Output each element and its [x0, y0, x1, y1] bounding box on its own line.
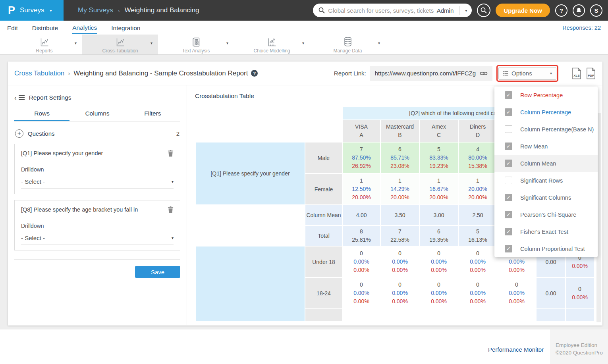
- line-chart-icon: [82, 36, 158, 47]
- toolbar-item-label: Text Analysis: [158, 48, 234, 54]
- data-cell: 583.33%19.23%: [420, 143, 458, 173]
- checkbox[interactable]: ✓: [505, 91, 512, 99]
- chevron-down-icon[interactable]: ▾: [151, 41, 152, 45]
- chevron-down-icon: ▾: [50, 8, 52, 13]
- option-item-fisher-s-exact-test[interactable]: ✓Fisher's Exact Test: [494, 223, 598, 240]
- option-item-column-mean[interactable]: ✓Column Mean: [494, 155, 598, 172]
- chevron-down-icon[interactable]: ▾: [378, 41, 380, 45]
- chevron-down-icon[interactable]: ▾: [302, 41, 304, 45]
- export-xls-button[interactable]: XLS: [571, 67, 582, 79]
- option-item-label: Column Percentage: [520, 109, 571, 116]
- drilldown-select-value: - Select -: [21, 235, 45, 241]
- data-cell: 00.00%0.00%: [498, 278, 536, 308]
- help-icon: ?: [560, 7, 563, 14]
- checkbox[interactable]: ✓: [505, 108, 512, 116]
- option-item-label: Significant Rows: [520, 177, 563, 184]
- chevron-down-icon[interactable]: ▾: [75, 41, 77, 45]
- notifications-button[interactable]: [573, 4, 585, 17]
- divider: [14, 259, 180, 260]
- data-cell: 480.00%15.38%: [459, 143, 497, 173]
- data-cell-partial: [381, 309, 419, 321]
- app-root: P Surveys ▾ My Surveys › Weighting and B…: [0, 0, 608, 364]
- option-item-label: Pearson's Chi-Square: [520, 212, 576, 218]
- checkbox[interactable]: ✓: [505, 211, 512, 218]
- search-submit-button[interactable]: [477, 4, 490, 17]
- brand-menu[interactable]: P Surveys ▾: [0, 0, 64, 21]
- q1-rowgroup-label: [Q1] Please specify your gender: [196, 143, 305, 204]
- toolbar-item-text-analysis[interactable]: ▾Text Analysis: [158, 35, 234, 54]
- option-item-significant-rows[interactable]: Significant Rows: [494, 172, 598, 189]
- nav-item-distribute[interactable]: Distribute: [32, 22, 58, 33]
- toolbar-item-cross-tabulation[interactable]: ▾Cross-Tabulation: [82, 35, 158, 54]
- tab-filters[interactable]: Filters: [125, 110, 180, 121]
- breadcrumb-my-surveys[interactable]: My Surveys: [78, 6, 113, 14]
- data-cell-partial: [420, 309, 458, 321]
- chevron-down-icon[interactable]: ▾: [465, 8, 467, 13]
- survey-nav: EditDistributeAnalyticsIntegrationRespon…: [0, 21, 608, 35]
- nav-item-integration[interactable]: Integration: [111, 22, 140, 33]
- export-pdf-button[interactable]: PDF: [586, 67, 596, 79]
- drilldown-select[interactable]: - Select -▾: [21, 178, 174, 189]
- empty-cell: [196, 205, 305, 225]
- global-search[interactable]: Admin ▾: [313, 4, 472, 17]
- nav-item-analytics[interactable]: Analytics: [72, 22, 97, 34]
- report-link-field[interactable]: https://www.questionpro.com/t/lFFCZg: [370, 66, 492, 81]
- data-cell-partial: [343, 309, 380, 321]
- breadcrumb-cross-tabulation[interactable]: Cross Tabulation: [14, 69, 64, 77]
- performance-monitor-link[interactable]: Performance Monitor: [488, 346, 544, 353]
- nav-item-edit[interactable]: Edit: [7, 22, 18, 33]
- search-scope-label: Admin: [437, 7, 454, 14]
- total-label: Total: [305, 226, 342, 246]
- trash-icon[interactable]: [168, 150, 174, 158]
- breadcrumb-current-survey: Weighting and Balancing: [125, 6, 199, 14]
- collapse-panel-button[interactable]: ‹: [14, 94, 25, 101]
- tab-columns[interactable]: Columns: [69, 110, 125, 121]
- checkbox[interactable]: ✓: [505, 143, 512, 150]
- row-category-18-24: 18-24: [305, 278, 342, 308]
- link-icon[interactable]: [480, 69, 488, 77]
- option-item-column-percentage-base-n-[interactable]: Column Percentage(Base N): [494, 121, 598, 138]
- option-item-row-percentage[interactable]: ✓Row Percentage: [494, 87, 598, 104]
- search-input[interactable]: [328, 7, 433, 14]
- toolbar-item-reports[interactable]: ▾Reports: [6, 35, 82, 54]
- total-cell-partial: [566, 309, 594, 321]
- checkbox[interactable]: ✓: [505, 160, 512, 167]
- checkbox[interactable]: [505, 125, 512, 133]
- footer: Performance Monitor Employee Edition ©20…: [0, 329, 608, 364]
- option-item-label: Row Percentage: [520, 92, 563, 98]
- options-button-label: Options: [511, 70, 532, 77]
- option-item-column-percentage[interactable]: ✓Column Percentage: [494, 104, 598, 121]
- chevron-down-icon[interactable]: ▾: [226, 41, 228, 45]
- help-button[interactable]: ?: [555, 4, 567, 17]
- option-item-pearson-s-chi-square[interactable]: ✓Pearson's Chi-Square: [494, 206, 598, 223]
- row-mean-cell: 0.00: [537, 278, 565, 308]
- avatar[interactable]: S: [590, 4, 602, 17]
- report-title: Weighting and Balancing - Sample Crossta…: [73, 69, 248, 77]
- tab-rows[interactable]: Rows: [14, 110, 69, 121]
- checkbox[interactable]: ✓: [505, 245, 512, 252]
- checkbox[interactable]: ✓: [505, 194, 512, 201]
- option-item-row-mean[interactable]: ✓Row Mean: [494, 138, 598, 155]
- help-icon[interactable]: ?: [251, 70, 258, 77]
- checkbox[interactable]: [505, 177, 512, 184]
- data-cell: 00.00%0.00%: [343, 247, 380, 277]
- options-button[interactable]: Options ▾: [498, 67, 556, 80]
- toolbar-item-choice-modelling[interactable]: ▾Choice Modelling: [234, 35, 310, 54]
- data-cell-partial: [459, 309, 497, 321]
- option-item-column-proportional-test[interactable]: ✓Column Proportional Test: [494, 240, 598, 257]
- data-cell: 112.50%20.00%: [343, 174, 380, 204]
- row-category-partial: [305, 309, 342, 321]
- toolbar-item-label: Cross-Tabulation: [82, 48, 158, 54]
- trash-icon[interactable]: [168, 206, 174, 215]
- product-name: Surveys: [20, 6, 44, 14]
- toolbar-item-manage-data[interactable]: ▾Manage Data: [310, 35, 386, 54]
- checkbox[interactable]: ✓: [505, 228, 512, 235]
- xls-icon: XLS: [573, 74, 580, 77]
- drilldown-select[interactable]: - Select -▾: [21, 235, 174, 245]
- option-item-significant-columns[interactable]: ✓Significant Columns: [494, 189, 598, 206]
- chevron-left-icon: ‹: [14, 94, 17, 101]
- add-question-button[interactable]: +: [15, 129, 23, 138]
- save-button[interactable]: Save: [135, 266, 180, 278]
- option-item-label: Column Proportional Test: [520, 246, 585, 252]
- upgrade-now-button[interactable]: Upgrade Now: [496, 4, 550, 17]
